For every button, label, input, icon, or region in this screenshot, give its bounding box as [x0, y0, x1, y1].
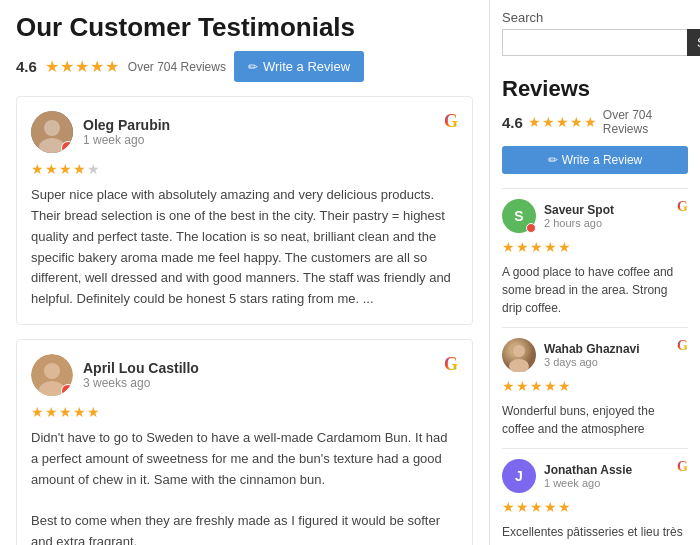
sidebar-reviewer-meta-saveur: Saveur Spot 2 hours ago	[544, 203, 614, 229]
main-content: Our Customer Testimonials 4.6 ★★★★★ Over…	[0, 0, 490, 545]
svg-point-6	[513, 345, 525, 357]
sidebar-review-jonathan: J Jonathan Assie 1 week ago G ★★★★★ Exce…	[502, 448, 688, 545]
sidebar: Search Search Reviews 4.6 ★★★★★ Over 704…	[490, 0, 700, 545]
sidebar-review-saveur: S Saveur Spot 2 hours ago G ★★★★★ A good…	[502, 188, 688, 327]
main-stars: ★★★★★	[45, 57, 120, 76]
reviewer-time-oleg: 1 week ago	[83, 133, 170, 147]
reviewer-header-april: ✓ April Lou Castillo 3 weeks ago G	[31, 354, 458, 396]
avatar-online-saveur	[526, 223, 536, 233]
sidebar-write-review-label: Write a Review	[562, 153, 642, 167]
search-label: Search	[502, 10, 688, 25]
review-stars-oleg: ★★★★★	[31, 161, 458, 177]
reviewer-info-april: ✓ April Lou Castillo 3 weeks ago	[31, 354, 199, 396]
google-icon-april: G	[444, 354, 458, 375]
google-icon-wahab: G	[677, 338, 688, 354]
sidebar-stars-jonathan: ★★★★★	[502, 499, 688, 515]
sidebar-review-wahab: Wahab Ghaznavi 3 days ago G ★★★★★ Wonder…	[502, 327, 688, 448]
reviewer-meta-april: April Lou Castillo 3 weeks ago	[83, 360, 199, 390]
pencil-icon: ✏	[248, 60, 258, 74]
main-rating-row: 4.6 ★★★★★ Over 704 Reviews ✏ Write a Rev…	[16, 51, 473, 82]
review-text-april: Didn't have to go to Sweden to have a we…	[31, 428, 458, 545]
reviewer-meta-oleg: Oleg Parubin 1 week ago	[83, 117, 170, 147]
reviewer-info-oleg: ✓ Oleg Parubin 1 week ago	[31, 111, 170, 153]
sidebar-reviewer-meta-wahab: Wahab Ghaznavi 3 days ago	[544, 342, 640, 368]
sidebar-reviewer-meta-jonathan: Jonathan Assie 1 week ago	[544, 463, 632, 489]
sidebar-reviewer-name-wahab: Wahab Ghaznavi	[544, 342, 640, 356]
sidebar-reviewer-header-jonathan: J Jonathan Assie 1 week ago G	[502, 459, 688, 493]
main-rating-number: 4.6	[16, 58, 37, 75]
write-review-label: Write a Review	[263, 59, 350, 74]
search-row: Search	[502, 29, 688, 56]
sidebar-pencil-icon: ✏	[548, 153, 558, 167]
sidebar-review-text-wahab: Wonderful buns, enjoyed the coffee and t…	[502, 402, 688, 438]
avatar-badge-april: ✓	[61, 384, 73, 396]
main-reviews-count: Over 704 Reviews	[128, 60, 226, 74]
svg-point-4	[44, 363, 60, 379]
svg-point-1	[44, 120, 60, 136]
avatar-badge-oleg: ✓	[61, 141, 73, 153]
reviewer-time-april: 3 weeks ago	[83, 376, 199, 390]
sidebar-title: Reviews	[502, 76, 688, 102]
sidebar-stars: ★★★★★	[528, 114, 598, 130]
sidebar-rating-number: 4.6	[502, 114, 523, 131]
review-stars-april: ★★★★★	[31, 404, 458, 420]
sidebar-reviewer-info-saveur: S Saveur Spot 2 hours ago	[502, 199, 614, 233]
search-button[interactable]: Search	[687, 29, 700, 56]
avatar-saveur: S	[502, 199, 536, 233]
sidebar-reviews-count: Over 704 Reviews	[603, 108, 688, 136]
sidebar-review-text-saveur: A good place to have coffee and some bre…	[502, 263, 688, 317]
google-icon-jonathan: G	[677, 459, 688, 475]
svg-point-7	[509, 359, 529, 372]
review-card-april: ✓ April Lou Castillo 3 weeks ago G ★★★★★…	[16, 339, 473, 545]
search-input[interactable]	[502, 29, 687, 56]
google-icon-saveur: G	[677, 199, 688, 215]
sidebar-reviewer-name-saveur: Saveur Spot	[544, 203, 614, 217]
avatar-jonathan: J	[502, 459, 536, 493]
avatar-oleg: ✓	[31, 111, 73, 153]
avatar-april: ✓	[31, 354, 73, 396]
review-text-oleg: Super nice place with absolutely amazing…	[31, 185, 458, 310]
google-icon-oleg: G	[444, 111, 458, 132]
page-title: Our Customer Testimonials	[16, 12, 473, 43]
sidebar-review-text-jonathan: Excellentes pâtisseries et lieu très agr…	[502, 523, 688, 545]
write-review-button[interactable]: ✏ Write a Review	[234, 51, 364, 82]
sidebar-reviewer-header-wahab: Wahab Ghaznavi 3 days ago G	[502, 338, 688, 372]
sidebar-reviewer-header-saveur: S Saveur Spot 2 hours ago G	[502, 199, 688, 233]
sidebar-write-review-button[interactable]: ✏ Write a Review	[502, 146, 688, 174]
sidebar-reviewer-time-wahab: 3 days ago	[544, 356, 640, 368]
reviewer-header-oleg: ✓ Oleg Parubin 1 week ago G	[31, 111, 458, 153]
reviewer-name-april: April Lou Castillo	[83, 360, 199, 376]
sidebar-reviewer-info-wahab: Wahab Ghaznavi 3 days ago	[502, 338, 640, 372]
reviewer-name-oleg: Oleg Parubin	[83, 117, 170, 133]
review-card-oleg: ✓ Oleg Parubin 1 week ago G ★★★★★ Super …	[16, 96, 473, 325]
avatar-wahab	[502, 338, 536, 372]
sidebar-stars-wahab: ★★★★★	[502, 378, 688, 394]
sidebar-reviewer-info-jonathan: J Jonathan Assie 1 week ago	[502, 459, 632, 493]
sidebar-stars-saveur: ★★★★★	[502, 239, 688, 255]
sidebar-reviewer-name-jonathan: Jonathan Assie	[544, 463, 632, 477]
sidebar-reviewer-time-jonathan: 1 week ago	[544, 477, 632, 489]
sidebar-reviewer-time-saveur: 2 hours ago	[544, 217, 614, 229]
sidebar-rating-row: 4.6 ★★★★★ Over 704 Reviews	[502, 108, 688, 136]
